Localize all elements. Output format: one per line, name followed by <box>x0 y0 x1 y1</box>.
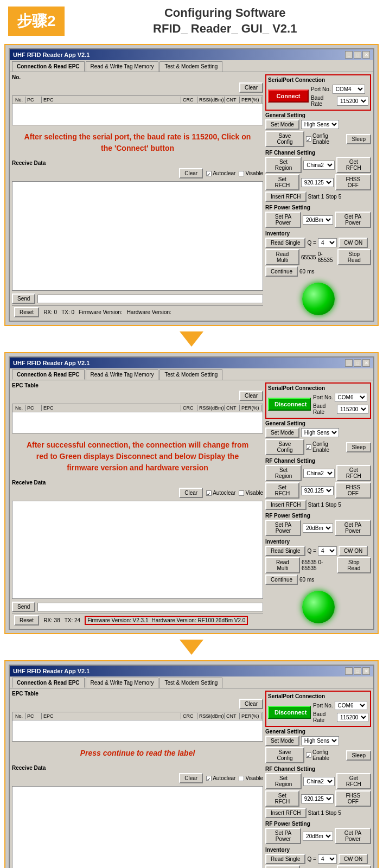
set-mode-btn-1[interactable]: Set Mode <box>265 119 299 130</box>
stop-read-btn-1[interactable]: Stop Read <box>337 249 371 265</box>
clear-epc-btn-3[interactable]: Clear <box>239 699 263 709</box>
tab-readwrite-2[interactable]: Read & Write Tag Memory <box>86 369 159 380</box>
get-pa-btn-3[interactable]: Get PA Power <box>335 828 371 844</box>
config-enable-cb-1[interactable] <box>306 136 311 142</box>
fhss-btn-2[interactable]: FHSS OFF <box>335 482 371 499</box>
set-pa-btn-2[interactable]: Set PA Power <box>265 520 301 536</box>
visable-check-1[interactable]: Visable <box>239 170 263 176</box>
close-btn-3[interactable]: ✕ <box>362 667 370 675</box>
q-select-1[interactable]: 4 <box>318 238 337 247</box>
sleep-btn-3[interactable]: Sleep <box>346 750 371 761</box>
clear-receive-btn-3[interactable]: Clear <box>179 773 203 783</box>
insert-rfch-btn-3[interactable]: Insert RFCH <box>265 808 307 818</box>
sensitivity-select-2[interactable]: High Sensitivity <box>301 428 339 437</box>
insert-rfch-btn-2[interactable]: Insert RFCH <box>265 500 307 510</box>
send-input-1[interactable] <box>37 295 263 303</box>
get-pa-btn-2[interactable]: Get PA Power <box>335 520 371 536</box>
stop-read-btn-2[interactable]: Stop Read <box>337 557 371 573</box>
autoclear-checkbox-1[interactable] <box>206 171 212 176</box>
port-select-1[interactable]: COM4 <box>333 85 365 94</box>
clear-epc-btn-2[interactable]: Clear <box>239 391 263 401</box>
save-config-btn-2[interactable]: Save Config <box>265 439 304 455</box>
insert-rfch-btn-1[interactable]: Insert RFCH <box>265 192 307 202</box>
baud-select-2[interactable]: 115200 <box>337 405 368 414</box>
tab-test-3[interactable]: Test & Modem Setting <box>159 678 222 688</box>
visable-cb-2[interactable] <box>239 490 244 496</box>
visable-check-2[interactable]: Visable <box>239 490 263 496</box>
set-region-btn-2[interactable]: Set Region <box>265 465 302 481</box>
save-config-btn-1[interactable]: Save Config <box>265 131 304 147</box>
baud-select-3[interactable]: 115200 <box>337 713 368 722</box>
send-input-2[interactable] <box>37 603 263 611</box>
cw-on-btn-3[interactable]: CW ON <box>339 854 368 864</box>
set-mode-btn-3[interactable]: Set Mode <box>265 736 299 746</box>
title-bar-2: UHF RFID Reader App V2.1 _ □ ✕ <box>10 358 373 368</box>
maximize-btn-1[interactable]: □ <box>354 51 361 59</box>
send-btn-2[interactable]: Send <box>12 602 35 612</box>
tab-test-2[interactable]: Test & Modem Setting <box>159 369 222 380</box>
set-region-btn-3[interactable]: Set Region <box>265 773 302 789</box>
set-region-btn-1[interactable]: Set Region <box>265 157 302 173</box>
config-enable-check-1[interactable]: Config Enable <box>306 133 344 145</box>
sleep-btn-1[interactable]: Sleep <box>346 134 371 144</box>
clear-receive-btn-1[interactable]: Clear <box>179 168 203 178</box>
read-single-btn-2[interactable]: Read Single <box>265 546 305 556</box>
tab-connection-1[interactable]: Connection & Read EPC <box>12 61 85 72</box>
region-select-1[interactable]: China2 <box>303 161 334 170</box>
reset-btn-1[interactable]: Reset <box>14 307 39 317</box>
autoclear-check-2[interactable]: Autoclear <box>206 490 235 496</box>
tab-connection-3[interactable]: Connection & Read EPC <box>12 678 85 688</box>
get-rfch-btn-3[interactable]: Get RFCH <box>336 773 371 789</box>
close-btn-1[interactable]: ✕ <box>362 51 370 59</box>
read-single-btn-3[interactable]: Read Single <box>265 854 305 864</box>
continue-btn-1[interactable]: Continue <box>265 266 298 277</box>
fhss-btn-3[interactable]: FHSS OFF <box>335 790 371 807</box>
continue-btn-2[interactable]: Continue <box>265 575 298 585</box>
get-rfch-btn-1[interactable]: Get RFCH <box>336 157 371 173</box>
set-pa-btn-3[interactable]: Set PA Power <box>265 828 301 844</box>
freq-select-1[interactable]: 920.125MHz <box>301 178 334 187</box>
send-btn-1[interactable]: Send <box>12 293 35 304</box>
cw-on-btn-1[interactable]: CW ON <box>339 238 368 248</box>
visable-checkbox-1[interactable] <box>239 171 244 176</box>
disconnect-btn-2[interactable]: Disconnect <box>268 398 311 411</box>
set-rfch-btn-1[interactable]: Set RFCH <box>265 174 299 190</box>
autoclear-cb-2[interactable] <box>206 490 212 496</box>
close-btn-2[interactable]: ✕ <box>362 359 370 367</box>
read-multi-btn-3[interactable]: Read Multi <box>265 865 300 868</box>
minimize-btn-1[interactable]: _ <box>345 51 353 59</box>
read-multi-btn-1[interactable]: Read Multi <box>265 249 299 265</box>
pa-select-1[interactable]: 20dBm <box>303 215 333 225</box>
set-pa-btn-1[interactable]: Set PA Power <box>265 212 301 228</box>
disconnect-btn-3[interactable]: Disconnect <box>268 706 311 719</box>
port-select-3[interactable]: COM6 <box>335 701 367 710</box>
set-mode-btn-2[interactable]: Set Mode <box>265 427 299 438</box>
connect-btn-1[interactable]: Connect <box>268 90 309 103</box>
tab-connection-2[interactable]: Connection & Read EPC <box>12 369 85 380</box>
set-rfch-btn-3[interactable]: Set RFCH <box>265 790 299 807</box>
minimize-btn-3[interactable]: _ <box>345 667 353 675</box>
reset-btn-2[interactable]: Reset <box>14 615 39 626</box>
sensitivity-select-1[interactable]: High Sensitivity <box>301 120 339 129</box>
read-single-btn-1[interactable]: Read Single <box>265 238 305 248</box>
clear-epc-btn-1[interactable]: Clear <box>239 82 263 93</box>
fhss-btn-1[interactable]: FHSS OFF <box>335 174 371 190</box>
sleep-btn-2[interactable]: Sleep <box>346 442 371 452</box>
maximize-btn-2[interactable]: □ <box>354 359 361 367</box>
port-select-2[interactable]: COM6 <box>335 393 367 402</box>
save-config-btn-3[interactable]: Save Config <box>265 747 304 763</box>
maximize-btn-3[interactable]: □ <box>354 667 361 675</box>
read-multi-btn-2[interactable]: Read Multi <box>265 557 300 573</box>
clear-receive-btn-2[interactable]: Clear <box>179 488 203 498</box>
get-rfch-btn-2[interactable]: Get RFCH <box>336 465 371 481</box>
baud-select-1[interactable]: 115200 <box>337 97 368 106</box>
autoclear-check-1[interactable]: Autoclear <box>206 170 235 176</box>
cw-on-btn-2[interactable]: CW ON <box>339 546 368 556</box>
tab-test-1[interactable]: Test & Modem Setting <box>159 61 222 72</box>
set-rfch-btn-2[interactable]: Set RFCH <box>265 482 299 499</box>
get-pa-btn-1[interactable]: Get PA Power <box>335 212 371 228</box>
tab-readwrite-1[interactable]: Read & Write Tag Memory <box>86 61 159 72</box>
tab-readwrite-3[interactable]: Read & Write Tag Memory <box>86 678 159 688</box>
minimize-btn-2[interactable]: _ <box>345 359 353 367</box>
stop-read-btn-3[interactable]: Stop Read <box>337 865 371 868</box>
